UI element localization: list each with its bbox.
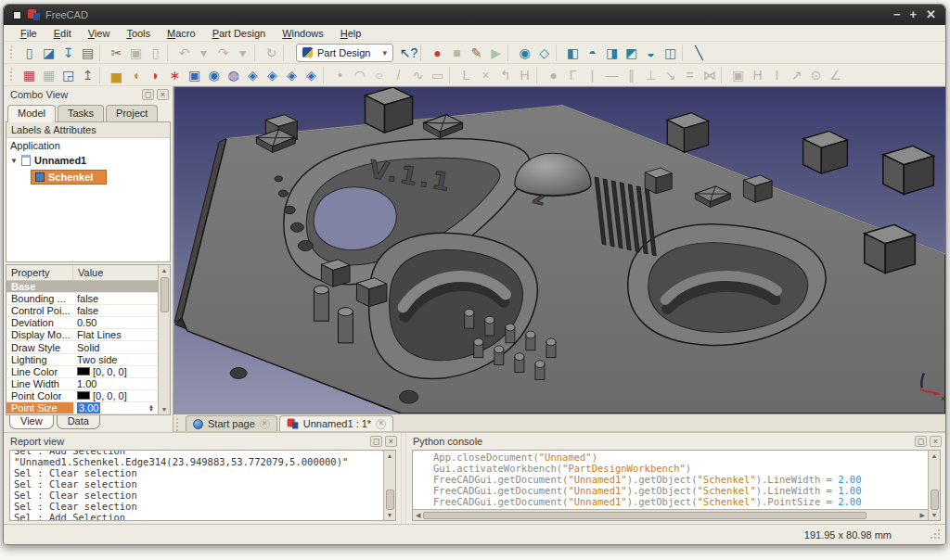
constraint-angle-button[interactable]: ∠	[826, 65, 845, 84]
chamfer-button[interactable]: ◈	[263, 65, 282, 84]
macro-edit-button[interactable]: ✎	[467, 43, 486, 62]
draft-button[interactable]: ◈	[282, 65, 302, 84]
menu-view[interactable]: View	[81, 27, 118, 40]
sketch-external-geometry-button[interactable]: ↰	[495, 65, 515, 84]
copy-button[interactable]: ▣	[126, 43, 146, 62]
sketch-map-to-face-button[interactable]: ◲	[58, 65, 78, 84]
property-row-display-mode[interactable]: Display Mo... Flat Lines ▲▼	[6, 329, 158, 341]
tree-row-application[interactable]: Application	[6, 138, 170, 153]
python-console-log[interactable]: App.closeDocument("Unnamed") Gui.activat…	[413, 451, 928, 509]
python-console-titlebar[interactable]: Python console ◻ ×	[406, 433, 945, 450]
property-group-base[interactable]: Base ▲▼	[6, 281, 158, 293]
tabbar-handle[interactable]	[176, 418, 182, 431]
window-menu-icon[interactable]	[13, 11, 21, 19]
view-top-button[interactable]: ◓	[583, 43, 602, 62]
linear-pattern-button[interactable]: ◍	[224, 65, 243, 84]
constraint-radius-button[interactable]: ⊙	[806, 65, 826, 84]
view-left-button[interactable]: ◫	[661, 43, 680, 62]
close-panel-icon[interactable]: ×	[385, 436, 397, 447]
constraint-vertical-distance-button[interactable]: I	[767, 65, 787, 84]
constraint-distance-button[interactable]: ↗	[787, 65, 806, 84]
macro-record-button[interactable]: ●	[428, 43, 447, 62]
polar-pattern-button[interactable]: ∗	[165, 65, 185, 84]
menu-file[interactable]: File	[13, 27, 45, 40]
menu-edit[interactable]: Edit	[46, 27, 79, 40]
close-tab-icon[interactable]: ×	[260, 419, 270, 429]
constraint-symmetric-button[interactable]: ⋈	[700, 65, 719, 84]
property-row-control-points[interactable]: Control Poi... false ▲▼	[6, 305, 158, 317]
sketch-bspline-button[interactable]: ∿	[408, 65, 428, 84]
tab-model[interactable]: Model	[7, 105, 56, 122]
redo-dropdown[interactable]: ▾	[233, 43, 252, 62]
undo-button[interactable]: ↶	[174, 43, 194, 62]
3d-viewport[interactable]: V.1.1 z	[173, 86, 945, 414]
constraint-vertical-button[interactable]: ∣	[583, 65, 602, 84]
scrollbar-thumb[interactable]	[160, 277, 169, 312]
print-button[interactable]: ▤	[78, 43, 97, 62]
refresh-button[interactable]: ↻	[262, 43, 281, 62]
report-scrollbar[interactable]: ▲ ▼	[383, 451, 395, 520]
menu-macro[interactable]: Macro	[160, 27, 203, 40]
console-h-scrollbar[interactable]: ◀ ▶	[413, 509, 928, 520]
sketch-edit-button[interactable]: ▦	[39, 65, 58, 84]
maximize-button[interactable]: +	[910, 9, 918, 20]
float-panel-icon[interactable]: ◻	[370, 436, 382, 447]
resize-grip[interactable]	[930, 528, 941, 540]
menu-tools[interactable]: Tools	[119, 27, 158, 40]
tab-tasks[interactable]: Tasks	[58, 105, 104, 121]
property-row-line-color[interactable]: Line Color [0, 0, 0] ▲▼	[6, 366, 158, 378]
sketch-carbon-copy-button[interactable]: H	[515, 65, 534, 84]
groove-button[interactable]: ◗	[146, 65, 165, 84]
sketch-point-button[interactable]: •	[330, 65, 350, 84]
report-log[interactable]: Sel : Add Selection"Unnamed1.Schenkel.Ed…	[10, 450, 383, 520]
save-file-button[interactable]: ↧	[58, 43, 78, 62]
sketch-leave-button[interactable]: ↥	[78, 65, 97, 84]
hole-button[interactable]: ◉	[204, 65, 224, 84]
close-tab-icon[interactable]: ×	[376, 419, 386, 429]
tree-row-schenkel[interactable]: Schenkel	[6, 168, 170, 186]
constraint-point-on-object-button[interactable]: Γ	[563, 65, 583, 84]
cut-button[interactable]: ✂	[107, 43, 126, 62]
constraint-horizontal-distance-button[interactable]: H	[748, 65, 767, 84]
close-panel-icon[interactable]: ×	[930, 436, 942, 447]
view-rear-button[interactable]: ◩	[622, 43, 641, 62]
constraint-parallel-button[interactable]: ∥	[622, 65, 641, 84]
tab-project[interactable]: Project	[106, 105, 158, 121]
property-row-deviation[interactable]: Deviation 0.50 ▲▼	[6, 317, 158, 329]
menu-part-design[interactable]: Part Design	[205, 27, 273, 40]
workbench-selector[interactable]: Part Design ▾	[296, 44, 393, 62]
whats-this-button[interactable]: ↖?	[399, 43, 418, 62]
float-panel-icon[interactable]: ◻	[915, 436, 927, 447]
tab-data[interactable]: Data	[57, 415, 100, 429]
property-row-point-color[interactable]: Point Color [0, 0, 0] ▲▼	[6, 390, 158, 402]
property-row-bounding-box[interactable]: Bounding ... false ▲▼	[6, 293, 158, 305]
spinbox-arrows-icon[interactable]: ▲▼	[148, 404, 154, 412]
measure-distance-button[interactable]: ╲	[689, 43, 709, 62]
scroll-down-icon[interactable]: ▼	[161, 404, 168, 414]
property-row-draw-style[interactable]: Draw Style Solid ▲▼	[6, 341, 158, 353]
tab-view[interactable]: View	[9, 415, 54, 429]
constraint-equal-button[interactable]: =	[680, 65, 700, 84]
property-row-point-size[interactable]: Point Size 3.00 ▲▼	[6, 402, 158, 414]
view-front-button[interactable]: ◧	[563, 43, 583, 62]
toolbar-handle[interactable]	[10, 68, 17, 83]
sketch-circle-button[interactable]: ○	[369, 65, 389, 84]
constraint-horizontal-button[interactable]: —	[602, 65, 622, 84]
combo-view-titlebar[interactable]: Combo View ◻ ×	[4, 86, 173, 103]
view-axonometric-button[interactable]: ◇	[534, 43, 554, 62]
revolution-button[interactable]: ◖	[126, 65, 146, 84]
view-fit-all-button[interactable]: ◉	[515, 43, 534, 62]
property-scrollbar[interactable]: ▲ ▼	[158, 265, 170, 414]
close-button[interactable]: ✕	[926, 9, 936, 20]
3d-model-schenkel[interactable]: V.1.1 z	[174, 87, 945, 414]
tab-document[interactable]: Unnamed1 : 1* ×	[279, 415, 393, 431]
float-panel-icon[interactable]: ◻	[142, 89, 154, 100]
fillet-button[interactable]: ◈	[243, 65, 263, 84]
3d-scene[interactable]: V.1.1 z	[174, 87, 945, 414]
constraint-block-button[interactable]: ▣	[728, 65, 748, 84]
redo-button[interactable]: ↷	[213, 43, 233, 62]
constraint-tangent-button[interactable]: ↘	[661, 65, 680, 84]
toolbar-handle[interactable]	[10, 45, 17, 60]
pad-button[interactable]: ▅	[107, 65, 126, 84]
sketch-trim-button[interactable]: ×	[476, 65, 495, 84]
